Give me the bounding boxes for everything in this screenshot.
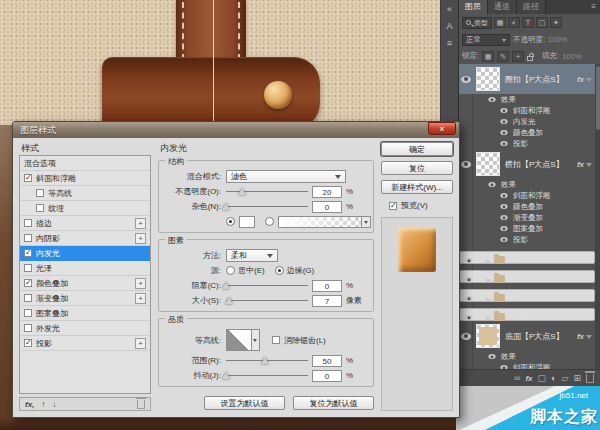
lock-transparency-icon[interactable]: ▦ [482,51,494,62]
document-canvas[interactable] [0,0,440,125]
checkbox[interactable] [24,279,32,287]
chevron-down-icon[interactable] [586,78,592,85]
add-instance-icon[interactable] [135,278,146,289]
visibility-eye-icon[interactable] [500,237,507,242]
add-instance-icon[interactable] [135,233,146,244]
delete-layer-icon[interactable] [586,374,594,383]
contour-thumbnail[interactable] [226,329,252,351]
visibility-eye-icon[interactable] [500,108,507,113]
contour-picker-arrow[interactable] [252,329,260,351]
expand-caret-icon[interactable]: ▶ [486,257,491,264]
checkbox[interactable] [24,219,32,227]
style-item-color-overlay[interactable]: 颜色叠加 [20,276,150,291]
glow-color-swatch[interactable] [239,216,255,228]
style-item-inner-glow[interactable]: 内发光 [20,246,150,261]
noise-slider[interactable] [226,202,308,211]
visibility-eye-icon[interactable] [500,119,507,124]
tab-layers[interactable]: 图层 [459,0,488,14]
layer-row[interactable]: 底面【P大点S】 fx [459,321,595,351]
visibility-eye-icon[interactable] [465,276,472,281]
effect-row[interactable]: 斜面和浮雕 [459,362,595,369]
expand-caret-icon[interactable]: ▶ [486,276,491,283]
slider-thumb[interactable] [222,282,230,289]
adjustment-layer-icon[interactable]: ◐ [551,373,556,383]
opacity-slider[interactable] [226,187,308,196]
checkbox[interactable] [24,309,32,317]
effect-row[interactable]: 投影 [459,234,595,245]
lock-position-icon[interactable]: + [512,51,524,62]
visibility-eye-icon[interactable] [500,193,507,198]
chevron-down-icon[interactable] [586,335,592,342]
group-name[interactable]: 上盖 [508,293,588,303]
layer-group-row[interactable]: ▶ 小孔 [459,251,595,264]
character-panel-icon[interactable]: A [446,19,452,36]
layer-thumbnail[interactable] [476,67,500,91]
move-down-icon[interactable]: ↓ [52,400,56,409]
layer-thumbnail[interactable] [476,324,500,348]
noise-input[interactable]: 0 [312,201,342,213]
visibility-eye-icon[interactable] [465,295,472,300]
color-radio[interactable] [226,217,235,226]
slider-thumb[interactable] [261,357,269,364]
visibility-eye-icon[interactable] [461,333,471,340]
fx-menu-icon[interactable]: fx, [25,400,34,409]
add-instance-icon[interactable] [135,218,146,229]
visibility-eye-icon[interactable] [488,182,495,187]
layer-name[interactable]: 横扣【P大点S】 [505,159,575,170]
panel-menu-icon[interactable]: ≡ [591,0,600,14]
collapse-panels-icon[interactable]: « [447,2,452,19]
filter-type-icon[interactable]: T [522,17,534,28]
filter-adjustment-icon[interactable]: ◐ [508,17,520,28]
blend-mode-select[interactable]: 滤色 [226,170,346,183]
visibility-eye-icon[interactable] [500,204,507,209]
layer-name[interactable]: 底面【P大点S】 [505,331,575,342]
new-group-icon[interactable]: ▱ [562,373,569,383]
new-style-button[interactable]: 新建样式(W)... [381,180,453,194]
expand-caret-icon[interactable]: ▶ [486,295,491,302]
effect-row[interactable]: 颜色叠加 [459,201,595,212]
lock-pixels-icon[interactable]: ✎ [497,51,509,62]
add-mask-icon[interactable]: ▢ [538,373,547,383]
range-input[interactable]: 50 [312,355,342,367]
jitter-input[interactable]: 0 [312,370,342,382]
preview-checkbox[interactable] [389,202,397,210]
style-item-blending-options[interactable]: 混合选项 [20,156,150,171]
gradient-picker-arrow[interactable] [362,216,371,228]
effects-header-row[interactable]: 效果 [459,94,595,105]
gradient-radio[interactable] [265,217,274,226]
layers-scrollbar[interactable] [595,64,600,369]
filter-pixel-icon[interactable]: ▦ [494,17,506,28]
checkbox[interactable] [36,189,44,197]
visibility-eye-icon[interactable] [488,354,495,359]
checkbox[interactable] [24,234,32,242]
filter-shape-icon[interactable]: ▢ [536,17,548,28]
fill-value[interactable]: 100% [562,52,581,61]
antialias-checkbox[interactable] [272,336,280,344]
filter-smart-icon[interactable]: ✦ [550,17,562,28]
add-instance-icon[interactable] [135,338,146,349]
link-layers-icon[interactable]: ∞ [514,373,520,383]
checkbox[interactable] [24,249,32,257]
expand-caret-icon[interactable]: ▶ [486,314,491,321]
layer-thumbnail[interactable] [476,152,500,176]
size-input[interactable]: 7 [312,295,342,307]
delete-style-icon[interactable] [137,400,145,409]
visibility-eye-icon[interactable] [488,97,495,102]
style-item-gradient-overlay[interactable]: 渐变叠加 [20,291,150,306]
set-default-button[interactable]: 设置为默认值 [204,396,285,410]
reset-button[interactable]: 复位 [381,161,453,175]
style-item-drop-shadow[interactable]: 投影 [20,336,150,351]
scrollbar-thumb[interactable] [596,66,600,130]
ok-button[interactable]: 确定 [381,142,453,156]
opacity-input[interactable]: 20 [312,186,342,198]
effect-row[interactable]: 斜面和浮雕 [459,190,595,201]
lock-all-icon[interactable] [527,56,533,61]
source-center-radio[interactable] [226,266,235,275]
layer-group-row[interactable]: ▶ 皮带 [459,270,595,283]
slider-thumb[interactable] [222,372,230,379]
source-edge-radio[interactable] [275,266,284,275]
checkbox[interactable] [24,324,32,332]
filter-kind-dropdown[interactable]: 类型 [462,17,492,29]
opacity-value[interactable]: 100% [548,35,567,44]
style-item-stroke[interactable]: 描边 [20,216,150,231]
